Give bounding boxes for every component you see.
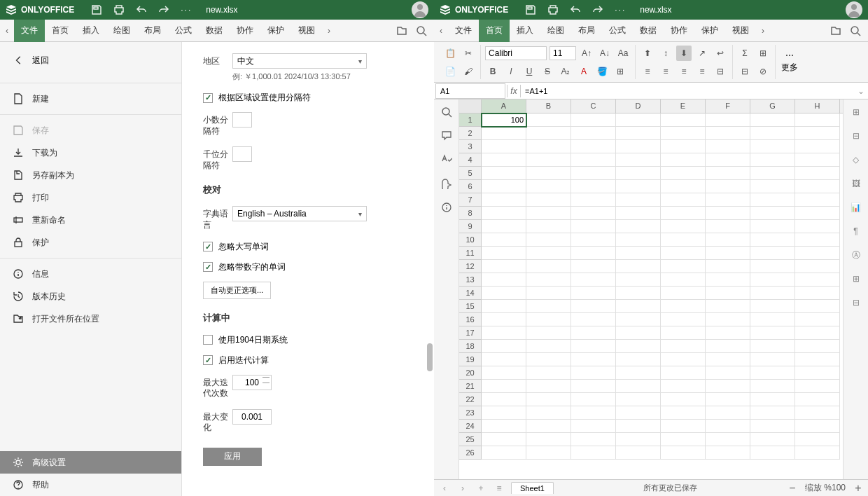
fill-color-icon[interactable]: 🪣 — [594, 64, 610, 79]
cell-A6[interactable] — [482, 180, 526, 193]
cell-F11[interactable] — [706, 247, 750, 260]
cell-E9[interactable] — [661, 220, 706, 233]
cell-D18[interactable] — [616, 340, 661, 353]
menu-protect[interactable]: 保护 — [694, 20, 725, 42]
cell-H14[interactable] — [795, 287, 840, 300]
cell-G1[interactable] — [750, 113, 795, 127]
menu-layout[interactable]: 布局 — [137, 20, 168, 42]
formula-input[interactable]: =A1+1 — [521, 87, 854, 95]
use-1904-checkbox[interactable]: 使用1904日期系统 — [203, 334, 417, 346]
col-header-G[interactable]: G — [750, 99, 795, 113]
cell-A25[interactable] — [482, 433, 526, 446]
cell-D17[interactable] — [616, 326, 661, 340]
fs-protect[interactable]: 保护 — [0, 231, 181, 254]
region-select[interactable]: 中文 — [232, 53, 367, 69]
menu-data[interactable]: 数据 — [199, 20, 230, 42]
sheet-tab[interactable]: Sheet1 — [511, 482, 554, 494]
cell-C7[interactable] — [571, 193, 616, 207]
cell-A21[interactable] — [482, 380, 526, 393]
cell-G8[interactable] — [750, 207, 795, 220]
zoom-out-icon[interactable]: − — [787, 482, 798, 495]
subscript-icon[interactable]: A₂ — [558, 64, 573, 79]
cell-E19[interactable] — [661, 353, 706, 366]
use-separator-checkbox[interactable]: 根据区域设置使用分隔符 — [203, 92, 417, 104]
cell-C8[interactable] — [571, 207, 616, 220]
cell-B9[interactable] — [526, 220, 571, 233]
cell-C17[interactable] — [571, 326, 616, 340]
cell-A14[interactable] — [482, 287, 526, 300]
cell-E2[interactable] — [661, 127, 706, 140]
dict-select[interactable]: English – Australia — [232, 206, 367, 221]
cell-H19[interactable] — [795, 353, 840, 366]
cell-D25[interactable] — [616, 433, 661, 446]
cell-D15[interactable] — [616, 300, 661, 313]
fs-location[interactable]: 打开文件所在位置 — [0, 308, 181, 330]
cell-E23[interactable] — [661, 406, 706, 420]
cell-E15[interactable] — [661, 300, 706, 313]
change-case-icon[interactable]: Aa — [615, 46, 631, 61]
cell-C10[interactable] — [571, 233, 616, 247]
cell-E25[interactable] — [661, 433, 706, 446]
cell-A11[interactable] — [482, 247, 526, 260]
row-header-6[interactable]: 6 — [459, 180, 482, 193]
fx-icon[interactable]: fx — [507, 85, 521, 97]
cell-G24[interactable] — [750, 420, 795, 433]
paste-icon[interactable]: 📄 — [442, 64, 458, 79]
cell-D10[interactable] — [616, 233, 661, 247]
cell-H4[interactable] — [795, 153, 840, 167]
row-header-8[interactable]: 8 — [459, 207, 482, 220]
cell-H24[interactable] — [795, 420, 840, 433]
paragraph-icon[interactable]: ¶ — [849, 224, 863, 238]
align-bottom-icon[interactable]: ⬇ — [676, 46, 692, 61]
decimal-sep-input[interactable] — [232, 112, 252, 128]
cell-H16[interactable] — [795, 313, 840, 326]
cell-E10[interactable] — [661, 233, 706, 247]
row-header-5[interactable]: 5 — [459, 167, 482, 180]
cell-G4[interactable] — [750, 153, 795, 167]
row-header-13[interactable]: 13 — [459, 273, 482, 287]
cell-F14[interactable] — [706, 287, 750, 300]
cell-D8[interactable] — [616, 207, 661, 220]
cell-F19[interactable] — [706, 353, 750, 366]
cell-E22[interactable] — [661, 393, 706, 406]
row-header-15[interactable]: 15 — [459, 300, 482, 313]
spreadsheet-grid[interactable]: ABCDEFGH 1100234567891011121314151617181… — [459, 99, 843, 479]
cell-A18[interactable] — [482, 340, 526, 353]
cell-F1[interactable] — [706, 113, 750, 127]
cell-H21[interactable] — [795, 380, 840, 393]
cell-D24[interactable] — [616, 420, 661, 433]
col-header-B[interactable]: B — [526, 99, 571, 113]
align-center-icon[interactable]: ≡ — [658, 64, 673, 79]
cell-B7[interactable] — [526, 193, 571, 207]
image-settings-icon[interactable]: 🖼 — [849, 177, 863, 191]
cell-H2[interactable] — [795, 127, 840, 140]
formula-expand-icon[interactable]: ⌄ — [854, 86, 868, 96]
menu-collab[interactable]: 协作 — [664, 20, 694, 42]
cell-G12[interactable] — [750, 260, 795, 273]
redo-icon[interactable] — [158, 4, 169, 15]
menu-home[interactable]: 首页 — [479, 20, 510, 42]
menu-draw[interactable]: 绘图 — [106, 20, 137, 42]
cell-B6[interactable] — [526, 180, 571, 193]
cell-G26[interactable] — [750, 446, 795, 460]
menu-insert[interactable]: 插入 — [76, 20, 106, 42]
cell-D11[interactable] — [616, 247, 661, 260]
cell-F6[interactable] — [706, 180, 750, 193]
cell-C3[interactable] — [571, 140, 616, 153]
cell-D21[interactable] — [616, 380, 661, 393]
cell-G2[interactable] — [750, 127, 795, 140]
cell-G19[interactable] — [750, 353, 795, 366]
increase-font-icon[interactable]: A↑ — [579, 46, 594, 61]
cell-E13[interactable] — [661, 273, 706, 287]
row-header-3[interactable]: 3 — [459, 140, 482, 153]
save-icon[interactable] — [525, 4, 536, 15]
cell-D26[interactable] — [616, 446, 661, 460]
cell-F18[interactable] — [706, 340, 750, 353]
cell-H7[interactable] — [795, 193, 840, 207]
cell-H10[interactable] — [795, 233, 840, 247]
cell-G5[interactable] — [750, 167, 795, 180]
more-icon[interactable]: ··· — [181, 5, 192, 15]
cell-C12[interactable] — [571, 260, 616, 273]
cell-A24[interactable] — [482, 420, 526, 433]
cell-C11[interactable] — [571, 247, 616, 260]
